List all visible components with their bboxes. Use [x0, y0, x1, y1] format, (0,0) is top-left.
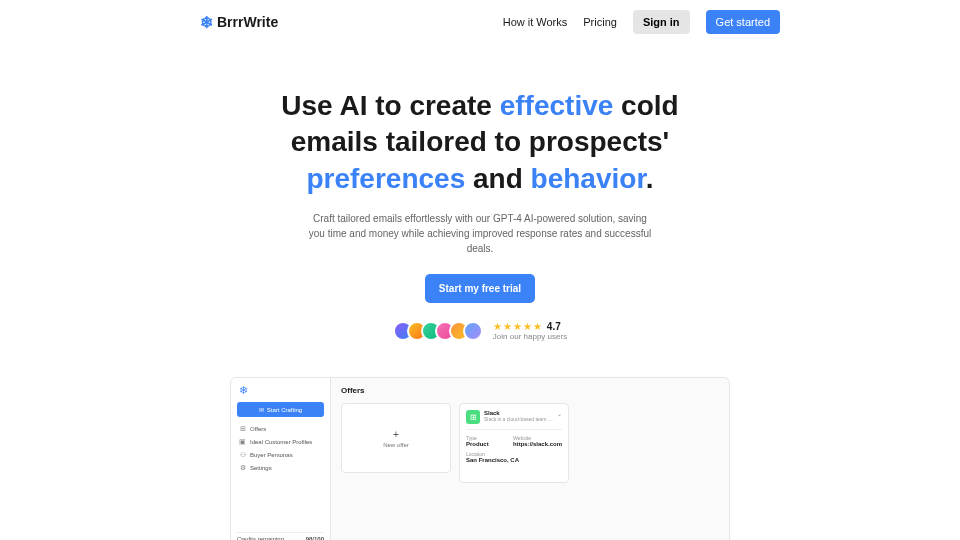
rating-value: 4.7 [547, 321, 561, 332]
location-value: San Francisco, CA [466, 457, 562, 463]
user-avatars [393, 321, 483, 341]
sidebar-item-personas[interactable]: ⚇Buyer Personas [237, 448, 324, 461]
sidebar-item-settings[interactable]: ⚙Settings [237, 461, 324, 474]
sidebar-item-icp[interactable]: ▣Ideal Customer Profiles [237, 435, 324, 448]
hero-title: Use AI to create effective cold emails t… [240, 88, 720, 197]
plus-icon: + [393, 429, 399, 440]
get-started-button[interactable]: Get started [706, 10, 780, 34]
offer-description: Slack is a cloud-based team c... [484, 416, 553, 422]
snowflake-icon: ❄ [237, 384, 324, 397]
website-value: https://slack.com [513, 441, 562, 447]
avatar [463, 321, 483, 341]
offer-card[interactable]: ⊞ Slack Slack is a cloud-based team c...… [459, 403, 569, 483]
snowflake-icon: ❄ [200, 13, 213, 32]
start-trial-button[interactable]: Start my free trial [425, 274, 535, 303]
mail-icon: ✉ [259, 406, 264, 413]
credits-value: 98/100 [306, 536, 324, 540]
credits-label: Credits remaining [237, 536, 284, 540]
new-offer-card[interactable]: + New offer [341, 403, 451, 473]
profile-icon: ▣ [239, 438, 246, 445]
offer-logo-icon: ⊞ [466, 410, 480, 424]
chevron-down-icon[interactable]: ⌄ [557, 410, 562, 417]
hero-subtitle: Craft tailored emails effortlessly with … [305, 211, 655, 256]
sidebar-item-offers[interactable]: ⊞Offers [237, 422, 324, 435]
brand-name: BrrrWrite [217, 14, 278, 30]
rating-subtitle: Join our happy users [493, 332, 567, 341]
gift-icon: ⊞ [239, 425, 246, 432]
gear-icon: ⚙ [239, 464, 246, 471]
start-crafting-button[interactable]: ✉ Start Crafting [237, 402, 324, 417]
users-icon: ⚇ [239, 451, 246, 458]
brand-logo: ❄ BrrrWrite [200, 13, 278, 32]
signin-button[interactable]: Sign in [633, 10, 690, 34]
type-value: Product [466, 441, 513, 447]
app-preview: ❄ ✉ Start Crafting ⊞Offers ▣Ideal Custom… [230, 377, 730, 540]
how-it-works-link[interactable]: How it Works [503, 16, 568, 28]
pricing-link[interactable]: Pricing [583, 16, 617, 28]
star-icon: ★★★★★ [493, 321, 543, 332]
page-title: Offers [341, 386, 719, 395]
new-offer-label: New offer [383, 442, 409, 448]
